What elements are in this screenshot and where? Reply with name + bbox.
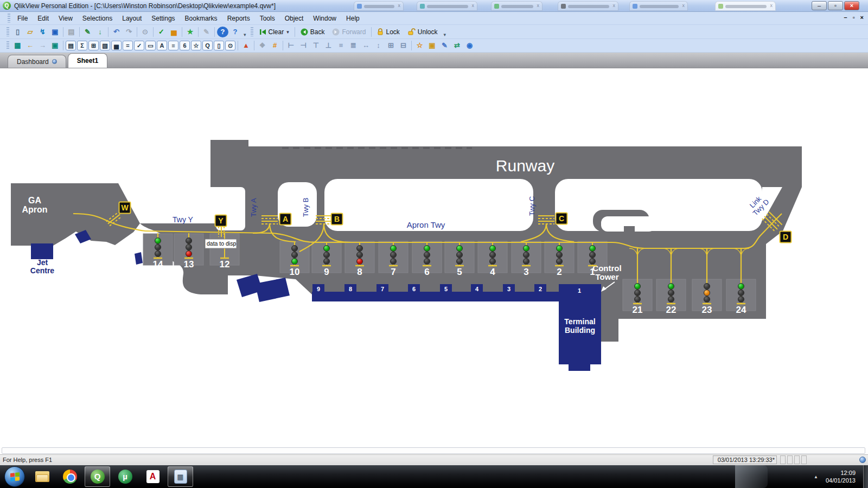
gate-13-light-red	[186, 251, 192, 257]
add-bookmark-icon[interactable]: ★	[184, 27, 196, 37]
menu-tools[interactable]: Tools	[255, 13, 280, 24]
menu-view[interactable]: View	[54, 13, 78, 24]
gate-13-label: 13	[184, 259, 194, 269]
bookmark-object-icon[interactable]: ☆	[191, 41, 201, 50]
bar-chart-object-icon[interactable]: ▅	[111, 41, 122, 50]
stand-4: 4	[471, 284, 483, 293]
restore-button[interactable]: ▫	[828, 1, 843, 10]
help-icon[interactable]: ?	[217, 27, 228, 37]
edit-notes-icon[interactable]: ✎	[201, 27, 212, 37]
menu-object[interactable]: Object	[280, 13, 309, 24]
undo-icon[interactable]: ↶	[111, 27, 122, 37]
properties-icon[interactable]: ✎	[439, 40, 450, 51]
listbox-object-icon[interactable]: ▤	[66, 41, 76, 50]
text-object-icon[interactable]: A	[157, 41, 167, 50]
align-left-icon[interactable]: ⊢	[285, 40, 297, 51]
space-horizontal-icon[interactable]: ↔	[360, 40, 372, 51]
reload-data-icon[interactable]: ↓	[94, 27, 106, 37]
space-vertical-icon[interactable]: ↕	[373, 40, 384, 51]
format-painter-icon[interactable]: ❖	[257, 40, 268, 51]
gate-9-light-off	[324, 252, 330, 258]
taskbar-utorrent-button[interactable]: µ	[112, 466, 138, 487]
menu-window[interactable]: Window	[308, 13, 341, 24]
button-object-icon[interactable]: ▭	[145, 41, 156, 50]
quick-chart-wizard-icon[interactable]: ▅	[168, 27, 180, 37]
forward-button[interactable]: Forward	[328, 27, 369, 37]
clock-object-icon[interactable]: ⊙	[225, 41, 235, 50]
minimize-button[interactable]: –	[812, 1, 827, 10]
show-desktop-button[interactable]	[863, 465, 868, 488]
chart-wizard-icon[interactable]: ▲	[240, 40, 252, 51]
webview-icon[interactable]: ☆	[414, 40, 425, 51]
taskbar-explorer-button[interactable]	[29, 466, 55, 487]
center-vertical-icon[interactable]: ≣	[348, 40, 359, 51]
new-file-icon[interactable]: ▯	[12, 27, 23, 37]
tab-sheet1[interactable]: Sheet1	[68, 53, 107, 68]
menu-help[interactable]: Help	[341, 13, 365, 24]
search-object-icon[interactable]: Q	[202, 41, 213, 50]
multi-box-icon[interactable]: =	[123, 41, 133, 50]
redo-icon[interactable]: ↷	[123, 27, 135, 37]
tab-dashboard[interactable]: Dashboard	[8, 55, 66, 68]
new-object-icon[interactable]: ▣	[426, 40, 438, 51]
mdi-close-button[interactable]: ×	[860, 14, 864, 21]
taskbar-chrome-button[interactable]	[57, 466, 82, 487]
open-file-icon[interactable]: ▱	[24, 27, 36, 37]
design-grid-icon[interactable]: #	[269, 40, 280, 51]
menu-selections[interactable]: Selections	[78, 13, 117, 24]
clear-dropdown-icon[interactable]: ▾	[286, 29, 289, 35]
save-icon[interactable]: ▣	[49, 27, 61, 37]
adjust-left-icon[interactable]: ⊞	[385, 40, 397, 51]
taskbar-acrobat-button[interactable]: A	[140, 466, 165, 487]
back-button[interactable]: Back	[297, 27, 329, 37]
straight-table-icon[interactable]: ▧	[100, 41, 110, 50]
tray-clock[interactable]: 12:09 04/01/2013	[826, 469, 856, 484]
slider-object-icon[interactable]: 6	[180, 41, 190, 50]
mdi-restore-button[interactable]: ▫	[853, 14, 855, 21]
share-icon[interactable]: ⇄	[451, 40, 463, 51]
statistics-box-icon[interactable]: Σ	[77, 41, 87, 50]
theme-icon[interactable]: ◉	[464, 40, 475, 51]
menu-reports[interactable]: Reports	[222, 13, 255, 24]
start-button[interactable]	[4, 466, 25, 487]
align-top-icon[interactable]: ⊤	[310, 40, 322, 51]
toolbar-overflow-icon[interactable]: ▾	[244, 32, 246, 38]
taskbar-calculator-button[interactable]: ▦	[168, 466, 193, 487]
stand-3: 3	[503, 284, 515, 293]
twy-a-label: Twy A	[250, 198, 258, 217]
menu-edit[interactable]: Edit	[33, 13, 54, 24]
new-sheet-object-icon[interactable]: ▦	[12, 40, 23, 51]
lock-button[interactable]: Lock	[373, 27, 403, 37]
align-bottom-icon[interactable]: ⊥	[323, 40, 334, 51]
svg-text:Y: Y	[218, 216, 224, 225]
menu-layout[interactable]: Layout	[117, 13, 146, 24]
edit-script-icon[interactable]: ✎	[82, 27, 93, 37]
mdi-minimize-button[interactable]: –	[844, 14, 847, 21]
add-sheet-icon[interactable]: ▣	[49, 40, 61, 51]
menu-bookmarks[interactable]: Bookmarks	[180, 13, 222, 24]
adjust-top-icon[interactable]: ⊟	[398, 40, 409, 51]
unlock-button[interactable]: Unlock	[404, 27, 442, 37]
center-horizontal-icon[interactable]: ≡	[335, 40, 347, 51]
promote-sheet-icon[interactable]: ←	[24, 40, 36, 51]
current-selections-icon[interactable]: ✓	[156, 27, 167, 37]
toolbar-overflow-icon[interactable]: ▾	[444, 32, 446, 38]
demote-sheet-icon[interactable]: →	[37, 40, 48, 51]
container-object-icon[interactable]: ▯	[214, 41, 224, 50]
checkbox-object-icon[interactable]: ✓	[134, 41, 144, 50]
menu-file[interactable]: File	[12, 13, 33, 24]
menu-settings[interactable]: Settings	[146, 13, 180, 24]
taskbar-qlikview-button[interactable]: Q	[85, 466, 110, 487]
svg-text:7: 7	[381, 286, 384, 292]
reload-icon[interactable]: ↯	[37, 27, 48, 37]
whats-this-icon[interactable]: ?	[229, 27, 241, 37]
current-selections-box-icon[interactable]: ≡	[168, 41, 178, 50]
table-box-icon[interactable]: ⊞	[88, 41, 99, 50]
print-icon[interactable]: ▤	[66, 27, 77, 37]
clear-button[interactable]: Clear▾	[256, 27, 293, 37]
close-button[interactable]: ×	[844, 1, 859, 10]
tray-expand-icon[interactable]: ▲	[814, 474, 818, 479]
toolbar2-grip	[7, 41, 9, 50]
align-right-icon[interactable]: ⊣	[298, 40, 309, 51]
search-icon[interactable]: ⊙	[139, 27, 151, 37]
